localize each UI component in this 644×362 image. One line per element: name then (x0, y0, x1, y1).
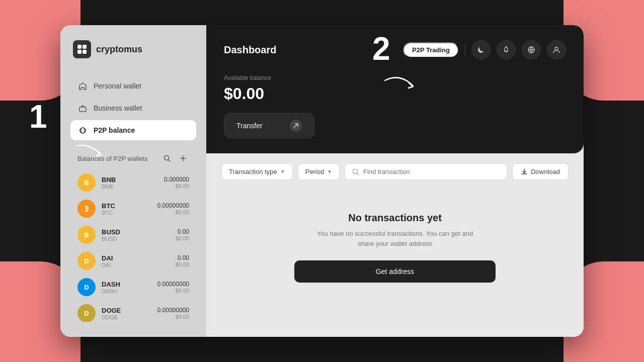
chevron-down-icon-period: ▼ (327, 169, 332, 174)
svg-point-9 (555, 47, 558, 50)
balances-title: Balances of P2P wallets (77, 155, 147, 162)
coin-symbol: DOGE (102, 314, 151, 320)
language-button[interactable] (522, 40, 541, 59)
add-wallet-button[interactable] (177, 152, 189, 164)
coin-usd: $0.00 (164, 183, 189, 189)
period-filter[interactable]: Period ▼ (298, 163, 340, 180)
coin-amount: 0.00 (175, 228, 189, 235)
coin-usd: $0.00 (175, 261, 189, 267)
p2p-icon (77, 125, 88, 135)
filters-row: Transaction type ▼ Period ▼ (221, 163, 569, 180)
coin-item[interactable]: ₿ BTC BTC 0.00000000 $0.00 (70, 196, 196, 222)
home-icon (77, 81, 88, 91)
p2p-balance-label: P2P balance (94, 126, 135, 134)
search-icon (352, 168, 359, 175)
notifications-button[interactable] (497, 40, 516, 59)
coin-name: BTC (102, 202, 151, 210)
coin-balance: 0.00000000 $0.00 (157, 202, 189, 215)
svg-rect-3 (83, 50, 87, 54)
coin-usd: $0.00 (157, 209, 189, 215)
coin-amount: 0.00000000 (157, 307, 189, 314)
download-icon (521, 168, 528, 175)
get-address-button[interactable]: Get address (294, 260, 496, 283)
dark-mode-button[interactable] (471, 40, 491, 59)
personal-wallet-label: Personal wallet (94, 82, 141, 90)
coin-info: BTC BTC (102, 202, 151, 216)
coin-symbol: DASH (102, 288, 151, 294)
coin-icon-bnb: B (77, 173, 96, 192)
balance-label: Available balance (224, 74, 566, 81)
nav-items: Personal wallet Business wallet (70, 76, 196, 140)
main-container: cryptomus Personal wallet Busines (60, 25, 584, 337)
coin-info: DAI DAI (102, 254, 169, 268)
coin-icon-btc: ₿ (77, 200, 96, 218)
coin-balance: 0.00 $0.00 (175, 254, 189, 267)
coin-balance: 0.00000000 $0.00 (157, 307, 189, 320)
transfer-arrow-icon (290, 120, 302, 132)
logo-area: cryptomus (70, 40, 196, 58)
coin-amount: 0.00000000 (157, 202, 189, 209)
coin-name: DAI (102, 254, 169, 262)
coin-symbol: DAI (102, 262, 169, 268)
coin-info: DASH DASH (102, 281, 151, 294)
sidebar-item-business-wallet[interactable]: Business wallet (70, 98, 196, 118)
svg-rect-4 (79, 107, 86, 112)
dashboard-header: Dashboard P2P Trading (224, 40, 566, 59)
coin-name: BNB (102, 176, 158, 184)
coin-balance: 0.00 $0.00 (175, 228, 189, 241)
svg-rect-2 (77, 50, 82, 54)
coin-icon-dai: D (77, 252, 96, 270)
empty-title: No transactions yet (348, 212, 442, 224)
coin-item[interactable]: D DOGE DOGE 0.00000000 $0.00 (70, 300, 196, 322)
coin-icon-doge: D (77, 304, 96, 322)
transaction-type-label: Transaction type (229, 168, 277, 175)
coin-symbol: BTC (102, 210, 151, 216)
svg-point-5 (165, 156, 169, 160)
logo-text: cryptomus (96, 44, 142, 55)
search-input[interactable] (363, 168, 500, 175)
empty-state: No transactions yet You have no successf… (221, 192, 569, 303)
coin-name: DOGE (102, 307, 151, 314)
coin-amount: 0.00000000 (157, 281, 189, 288)
period-label: Period (305, 168, 325, 175)
header-divider (465, 44, 465, 56)
dashboard-title: Dashboard (224, 44, 276, 56)
balances-header: Balances of P2P wallets (70, 144, 196, 169)
svg-point-10 (353, 169, 358, 173)
sidebar-item-personal-wallet[interactable]: Personal wallet (70, 76, 196, 96)
download-label: Download (531, 168, 560, 175)
coin-balance: 0.000000 $0.00 (164, 176, 189, 189)
coin-symbol: BUSD (102, 236, 169, 242)
transfer-button[interactable]: Transfer (224, 113, 314, 138)
coin-usd: $0.00 (157, 288, 189, 294)
balances-actions (161, 152, 189, 164)
svg-rect-1 (83, 45, 87, 49)
svg-rect-0 (77, 45, 82, 49)
coin-item[interactable]: B BUSD BUSD 0.00 $0.00 (70, 222, 196, 248)
transactions-section: Transaction type ▼ Period ▼ (206, 153, 584, 337)
coin-amount: 0.000000 (164, 176, 189, 183)
coin-item[interactable]: D DAI DAI 0.00 $0.00 (70, 248, 196, 274)
search-box (345, 163, 507, 180)
dashboard-right: P2P Trading (403, 40, 566, 59)
coin-info: DOGE DOGE (102, 307, 151, 320)
coin-item[interactable]: B BNB BNB 0.000000 $0.00 (70, 169, 196, 196)
coin-balance: 0.00000000 $0.00 (157, 281, 189, 294)
sidebar-item-p2p-balance[interactable]: P2P balance (70, 120, 196, 140)
logo-icon (73, 40, 91, 58)
coin-name: BUSD (102, 228, 169, 236)
download-button[interactable]: Download (512, 163, 569, 180)
p2p-trading-button[interactable]: P2P Trading (403, 42, 459, 58)
annotation-1: 1 (29, 98, 47, 135)
profile-button[interactable] (547, 40, 566, 59)
coin-item[interactable]: D DASH DASH 0.00000000 $0.00 (70, 274, 196, 300)
transaction-type-filter[interactable]: Transaction type ▼ (221, 163, 293, 180)
business-wallet-label: Business wallet (94, 104, 142, 112)
coin-list: B BNB BNB 0.000000 $0.00 ₿ BTC BTC 0.000… (70, 169, 196, 322)
search-wallets-button[interactable] (161, 152, 173, 164)
briefcase-icon (77, 103, 88, 113)
sidebar: cryptomus Personal wallet Busines (60, 25, 206, 337)
coin-info: BNB BNB (102, 176, 158, 190)
balance-amount: $0.00 (224, 84, 566, 103)
coin-symbol: BNB (102, 184, 158, 190)
